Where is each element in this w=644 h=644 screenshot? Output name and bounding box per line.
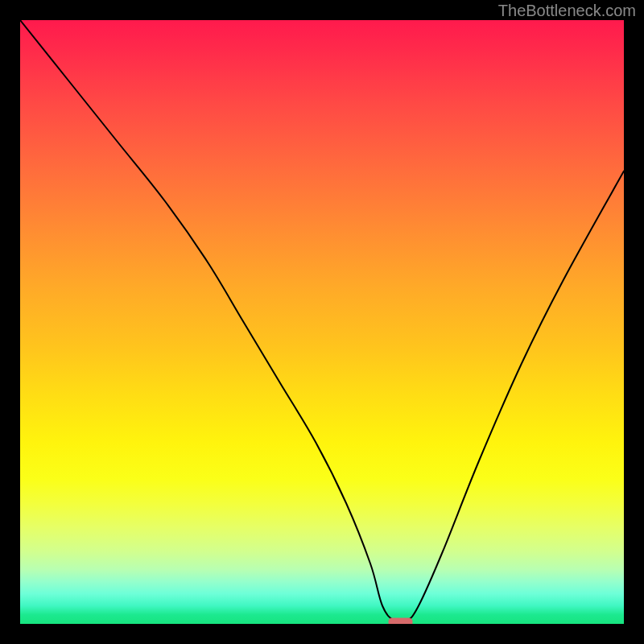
bottleneck-curve bbox=[20, 20, 624, 623]
curve-svg bbox=[20, 20, 624, 624]
attribution-text: TheBottleneck.com bbox=[498, 2, 636, 20]
minimum-marker bbox=[389, 618, 413, 625]
chart-frame: TheBottleneck.com bbox=[0, 0, 644, 644]
plot-area bbox=[20, 20, 624, 624]
